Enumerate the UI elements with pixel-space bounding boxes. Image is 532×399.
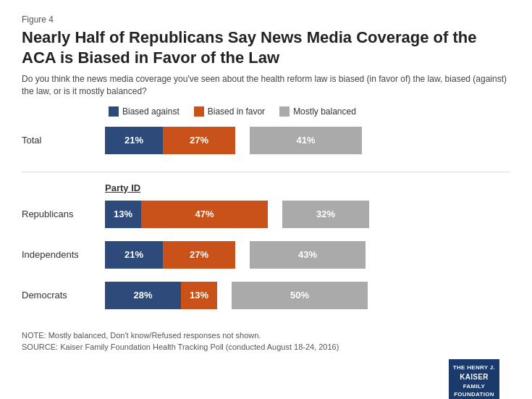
page-container: Figure 4 Nearly Half of Republicans Say … (22, 14, 510, 399)
logo-line2: KAISER (452, 372, 496, 382)
note-line-2: SOURCE: Kaiser Family Foundation Health … (22, 341, 510, 353)
legend-item-balanced: Mostly balanced (279, 106, 356, 117)
row-label-independents: Independents (22, 249, 105, 260)
bar-democrats-against: 28% (105, 282, 181, 309)
row-label-total: Total (22, 135, 105, 146)
chart-row-independents: Independents 21% 27% 43% (22, 241, 510, 269)
note-line-1: NOTE: Mostly balanced, Don't know/Refuse… (22, 329, 510, 342)
bar-democrats-balanced: 50% (232, 282, 368, 309)
legend-swatch-balanced (279, 106, 290, 117)
chart-row-republicans: Republicans 13% 47% 32% (22, 201, 510, 228)
chart-row-democrats: Democrats 28% 13% 50% (22, 282, 510, 309)
figure-label: Figure 4 (22, 14, 510, 25)
bar-total-favor: 27% (163, 127, 235, 154)
chart-area: Total 21% 27% 41% Party ID Republicans 1… (22, 127, 510, 322)
bar-total-against: 21% (105, 127, 163, 154)
logo-line3: FAMILY (452, 382, 496, 390)
legend-label-balanced: Mostly balanced (293, 106, 356, 117)
bar-republicans-against: 13% (105, 201, 141, 228)
legend: Biased againstBiased in favorMostly bala… (109, 106, 510, 117)
chart-title: Nearly Half of Republicans Say News Medi… (22, 28, 510, 67)
logo-line1: THE HENRY J. (452, 364, 496, 371)
bar-independents-against: 21% (105, 241, 163, 269)
row-label-republicans: Republicans (22, 209, 105, 219)
logo-line4: FOUNDATION (452, 390, 496, 398)
notes-area: NOTE: Mostly balanced, Don't know/Refuse… (22, 329, 510, 353)
bar-total-balanced: 41% (250, 127, 362, 154)
legend-label-against: Biased against (122, 106, 180, 117)
legend-swatch-against (109, 106, 119, 117)
legend-item-favor: Biased in favor (194, 106, 265, 117)
chart-row-total: Total 21% 27% 41% (22, 127, 510, 154)
section-label-party: Party ID (105, 182, 510, 193)
bar-republicans-balanced: 32% (282, 201, 369, 228)
legend-label-favor: Biased in favor (208, 106, 265, 117)
legend-swatch-favor (194, 106, 204, 117)
legend-item-against: Biased against (109, 106, 180, 117)
logo-box: THE HENRY J. KAISER FAMILY FOUNDATION (449, 359, 499, 399)
bar-democrats-favor: 13% (181, 282, 217, 309)
bar-republicans-favor: 47% (141, 201, 268, 228)
row-label-democrats: Democrats (22, 290, 105, 301)
bar-independents-balanced: 43% (250, 241, 366, 269)
bars-total: 21% 27% 41% (105, 127, 510, 154)
bar-independents-favor: 27% (163, 241, 235, 269)
bars-independents: 21% 27% 43% (105, 241, 510, 269)
bars-democrats: 28% 13% 50% (105, 282, 510, 309)
section-divider (22, 172, 510, 172)
chart-subtitle: Do you think the news media coverage you… (22, 73, 510, 98)
logo-area: THE HENRY J. KAISER FAMILY FOUNDATION (449, 359, 499, 399)
bars-republicans: 13% 47% 32% (105, 201, 510, 228)
